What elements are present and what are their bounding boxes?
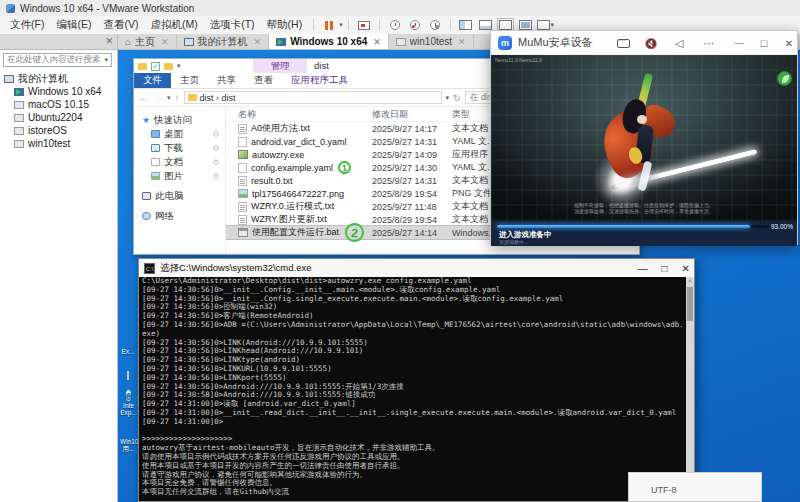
vmware-titlebar: Windows 10 x64 - VMware Workstation (0, 0, 800, 16)
file-name: android.var_dict_0.yaml (226, 137, 372, 147)
desktop-icon-internet-explorer[interactable]: e Inte Exp... (120, 390, 137, 416)
send-ctrl-alt-del-icon[interactable] (354, 18, 374, 32)
sidebar-item-macOS 10.15[interactable]: macOS 10.15 (4, 98, 101, 111)
nav-item-网络[interactable]: 网络 (134, 209, 225, 223)
ribbon-tab-file[interactable]: 文件 (134, 73, 171, 88)
menu-item[interactable]: 查看(V) (97, 17, 144, 31)
file-date: 2025/9/27 14:31 (372, 176, 452, 186)
downloads-icon: ↓ (151, 144, 160, 152)
show-library-icon[interactable] (456, 18, 476, 32)
breadcrumb-path: dist › dist (200, 93, 236, 103)
file-date: 2025/9/27 14:17 (372, 124, 452, 134)
tab-主页[interactable]: ⌂主页✕ (118, 34, 177, 49)
screencap-icon[interactable] (615, 36, 631, 50)
volume-muted-icon[interactable]: 🔇 (643, 36, 659, 50)
mumu-emulator-window: m MuMu安卓设备 🔇 ◁ ⋯ — □ ✕ Nemu11.9 Nemu11.9… (490, 30, 798, 245)
nav-item-桌面[interactable]: 桌面 (134, 127, 225, 141)
sidebar-item-Windows 10 x64[interactable]: Windows 10 x64 (4, 85, 101, 98)
nav-item-此电脑[interactable]: 此电脑 (134, 189, 225, 203)
menu-item[interactable]: 选项卡(T) (204, 17, 261, 31)
annotation-circle-2: 2 (344, 222, 365, 243)
nav-item-下载[interactable]: ↓下载 (134, 141, 225, 155)
pause-dropdown[interactable]: ▾ (339, 21, 343, 29)
vmware-window-title: Windows 10 x64 - VMware Workstation (20, 3, 194, 14)
health-notice: 抵制不良游戏，拒绝盗版游戏。注意自我保护，谨防受骗上当。适度游戏益脑，沉迷游戏伤… (491, 202, 797, 214)
scrollbar-thumb[interactable] (687, 287, 693, 321)
column-header-date[interactable]: 修改日期 (372, 108, 452, 121)
ribbon-tab-share[interactable]: 共享 (208, 73, 245, 88)
minimize-icon[interactable]: — (638, 263, 648, 274)
quick-access-folder-icon[interactable] (164, 63, 173, 70)
back-icon[interactable]: ◁ (671, 36, 687, 50)
tree-item-label: Windows 10 x64 (28, 86, 101, 97)
tree-item-label: win10test (28, 138, 70, 149)
tab-我的计算机[interactable]: 我的计算机✕ (177, 34, 270, 49)
address-dropdown-icon[interactable]: ▾ (446, 94, 450, 102)
cmd-scrollbar[interactable]: ˄ (686, 277, 694, 501)
tab-close-icon[interactable]: ✕ (254, 37, 262, 47)
loading-progress-fill (497, 225, 750, 228)
game-screen[interactable]: Nemu11.9 Nemu11.9 抵制不良游戏，拒绝盗版游戏。注意自我保护，谨… (491, 55, 797, 221)
up-icon[interactable]: ↑ (175, 92, 180, 103)
breadcrumb[interactable]: dist › dist (184, 91, 442, 104)
maximize-icon[interactable]: □ (756, 36, 772, 50)
snapshot-manager-icon[interactable] (425, 18, 445, 32)
nav-item-文档[interactable]: 文档 (134, 155, 225, 169)
history-dropdown-icon[interactable]: ▾ (167, 94, 171, 102)
cmd-output: C:\Users\Administrator\Desktop\dist\dist… (142, 277, 685, 501)
tab-close-icon[interactable]: ✕ (161, 37, 169, 47)
tree-item-label: istoreOS (28, 125, 67, 136)
snapshot-take-icon[interactable] (385, 18, 405, 32)
nav-item-label: 网络 (155, 210, 174, 223)
maximize-icon[interactable]: □ (662, 263, 668, 274)
close-icon[interactable]: ✕ (682, 263, 690, 274)
menu-item[interactable]: 虚拟机(M) (144, 17, 203, 31)
refresh-icon[interactable]: ↻ (453, 93, 461, 103)
manage-context-header[interactable]: 管理 (253, 59, 307, 73)
nav-item-图片[interactable]: 图片 (134, 169, 225, 183)
more-icon[interactable]: ⋯ (701, 36, 717, 50)
quick-access-check-icon[interactable]: ✓ (151, 62, 160, 71)
quick-access-folder-icon[interactable] (138, 63, 147, 70)
sidebar-item-win10test[interactable]: win10test (4, 137, 101, 150)
ribbon-tab-view[interactable]: 查看 (245, 73, 282, 88)
desktop-icon-win10-folder[interactable]: Win10... 用... (120, 438, 137, 454)
tab-Windows 10 x64[interactable]: Windows 10 x64✕ (269, 34, 389, 49)
emulator-watermark: Nemu11.9 Nemu11.9 (495, 57, 542, 63)
menu-item[interactable]: 编辑(E) (50, 17, 97, 31)
cmd-titlebar[interactable]: C:\ 选择C:\Windows\system32\cmd.exe (139, 259, 694, 277)
scroll-up-icon[interactable]: ˄ (686, 277, 694, 285)
txt-file-icon (238, 124, 247, 134)
sidebar-item-Ubuntu2204[interactable]: Ubuntu2204 (4, 111, 101, 124)
yaml-file-icon (238, 163, 247, 173)
desktop-icon-label[interactable]: Ex... (119, 348, 137, 355)
forward-icon[interactable]: → (153, 92, 163, 103)
menu-item[interactable]: 文件(F) (4, 17, 50, 31)
tab-close-icon[interactable]: ✕ (458, 37, 466, 47)
quick-access-dropdown-icon[interactable]: ▾ (177, 62, 181, 70)
minimize-icon[interactable]: — (731, 36, 747, 50)
loading-progress-track (497, 225, 769, 228)
toolbar-separator (450, 19, 451, 31)
menu-item[interactable]: 帮助(H) (261, 17, 309, 31)
file-name-text: android.var_dict_0.yaml (251, 137, 347, 147)
ribbon-tab-app-tools[interactable]: 应用程序工具 (282, 73, 357, 88)
nav-item-快速访问[interactable]: ★快速访问 (134, 113, 225, 127)
loading-subtext: 资源加载中... (499, 239, 528, 245)
file-date: 2025/8/29 19:54 (372, 189, 452, 199)
cmd-window-controls: — □ ✕ (638, 259, 690, 277)
tab-close-icon[interactable]: ✕ (373, 37, 381, 47)
tab-win10test[interactable]: win10test✕ (389, 34, 474, 49)
pause-button[interactable] (319, 18, 339, 32)
leaf-badge-icon[interactable] (777, 71, 792, 86)
search-dropdown-icon[interactable]: ▾ (104, 56, 108, 64)
ribbon-tab-home[interactable]: 主页 (171, 73, 208, 88)
back-icon[interactable]: ← (139, 92, 149, 103)
column-header-name[interactable]: 名称 (226, 108, 372, 121)
library-search-input[interactable]: 在此处键入内容进行搜索 ▾ (3, 53, 112, 67)
snapshot-revert-icon[interactable] (405, 18, 425, 32)
sidebar-item-istoreOS[interactable]: istoreOS (4, 124, 101, 137)
library-close-icon[interactable]: ✕ (105, 36, 113, 46)
sidebar-item-我的计算机[interactable]: 我的计算机 (4, 72, 101, 85)
close-icon[interactable]: ✕ (781, 36, 797, 50)
